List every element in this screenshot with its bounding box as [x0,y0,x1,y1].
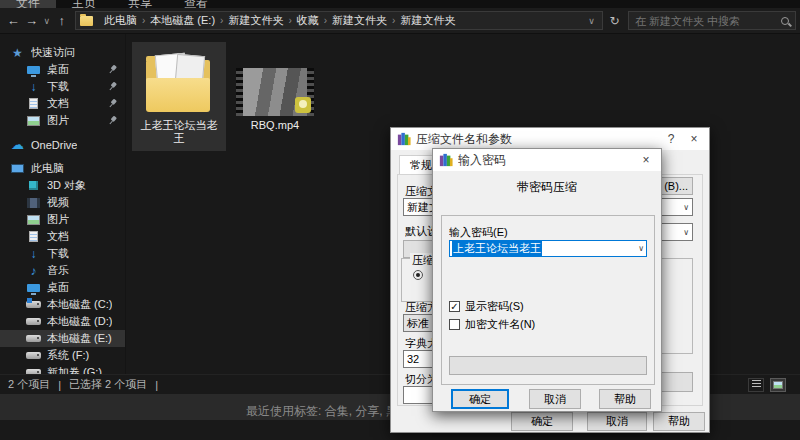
sidebar-item-label: 3D 对象 [47,178,86,193]
archive-help-button[interactable]: 帮助 [653,412,705,431]
ribbon-tab-0[interactable]: 文件 [0,0,56,8]
film-icon [26,197,41,209]
selected-count: 已选择 2 个项目 [69,377,147,392]
pin-icon [106,97,119,110]
sidebar-item-13[interactable]: 桌面 [0,279,125,296]
sidebar-item-label: 下载 [47,246,69,261]
organize-passwords-button[interactable] [449,356,647,375]
pc-shape [11,164,24,173]
sidebar-item-label: 系统 (F:) [47,348,89,363]
pic-icon [26,115,41,127]
password-dialog-title: 输入密码 [458,152,632,169]
pin-icon [106,63,119,76]
file-tile-1[interactable]: RBQ.mp4 [232,42,318,138]
breadcrumb-item[interactable]: 新建文件夹 [395,13,460,28]
drive-shape [26,369,41,374]
details-view-icon[interactable] [748,378,764,392]
search-box[interactable] [628,11,796,30]
archive-dialog-titlebar[interactable]: 压缩文件名和参数 ? × [391,128,709,150]
back-icon[interactable]: ← [4,11,22,31]
sidebar-item-11[interactable]: ↓下载 [0,245,125,262]
sidebar-item-2[interactable]: ↓下载 [0,78,125,95]
sidebar-item-4[interactable]: 图片 [0,112,125,129]
doc-shape [29,98,38,109]
sidebar-item-17[interactable]: 系统 (F:) [0,347,125,364]
cube-icon [26,180,41,192]
checked-checkbox-icon[interactable]: ✓ [449,301,460,312]
filmstrip-icon [236,68,243,116]
doc-shape [29,231,38,242]
sidebar-item-6[interactable]: 此电脑 [0,160,125,177]
folder-icon [80,16,93,26]
password-ok-button[interactable]: 确定 [451,389,509,409]
unchecked-checkbox-icon[interactable] [449,319,460,330]
winrar-icon [397,132,411,146]
file-name: 上老王论坛当老王 [136,119,222,145]
address-bar[interactable]: 此电脑›本地磁盘 (E:)›新建文件夹›收藏›新建文件夹›新建文件夹 ∨ [75,11,603,30]
sidebar-item-15[interactable]: 本地磁盘 (D:) [0,313,125,330]
address-dropdown-icon[interactable]: ∨ [585,16,598,26]
forward-icon[interactable]: → [22,11,40,31]
chevron-down-icon[interactable]: ∨ [683,203,689,212]
drive-shape [26,318,41,325]
drive-shape [26,335,41,342]
password-cancel-button[interactable]: 取消 [529,389,581,409]
encrypt-filenames-checkbox[interactable]: 加密文件名(N) [449,317,535,332]
sidebar-item-3[interactable]: 文档 [0,95,125,112]
winrar-icon [439,153,453,167]
file-tile-0[interactable]: 上老王论坛当老王 [132,42,226,151]
sidebar-item-9[interactable]: 图片 [0,211,125,228]
search-icon[interactable] [781,17,789,25]
sidebar-item-1[interactable]: 桌面 [0,61,125,78]
chevron-down-icon[interactable]: ∨ [638,244,644,253]
sidebar-item-18[interactable]: 新加卷 (G:) [0,364,125,374]
breadcrumb-item[interactable]: 此电脑 [99,13,142,28]
sidebar-item-label: 桌面 [47,280,69,295]
search-input[interactable] [635,15,777,27]
ribbon-tab-1[interactable]: 主页 [56,0,112,8]
folder-iconbox [143,46,215,116]
chevron-down-icon[interactable]: ∨ [683,228,689,237]
sidebar-item-10[interactable]: 文档 [0,228,125,245]
pic-shape [27,116,40,126]
archive-ok-button[interactable]: 确定 [511,412,573,431]
history-chevron-icon[interactable]: ∨ [41,11,53,31]
film-shape [27,198,40,208]
archive-dialog-title: 压缩文件名和参数 [416,131,657,148]
navigation-pane: ★快速访问桌面↓下载文档图片☁OneDrive此电脑3D 对象视频图片文档↓下载… [0,34,126,374]
refresh-icon[interactable]: ↻ [607,12,622,30]
help-icon[interactable]: ? [662,132,680,146]
breadcrumb-item[interactable]: 本地磁盘 (E:) [145,13,220,28]
video-iconbox [236,46,314,116]
sidebar-item-7[interactable]: 3D 对象 [0,177,125,194]
sidebar-item-5[interactable]: ☁OneDrive [0,136,125,153]
player-badge-icon [295,97,311,113]
password-dialog-titlebar[interactable]: 输入密码 × [433,149,661,171]
breadcrumb-item[interactable]: 收藏 [292,13,324,28]
ribbon-tab-3[interactable]: 查看 [168,0,224,8]
password-input[interactable]: 上老王论坛当老王 ∨ [449,240,647,257]
sidebar-item-0[interactable]: ★快速访问 [0,44,125,61]
archive-cancel-button[interactable]: 取消 [587,412,647,431]
dict-value: 32 [407,353,419,365]
folder-front [146,78,210,112]
sidebar-item-16[interactable]: 本地磁盘 (E:) [0,330,125,347]
ribbon-tab-2[interactable]: 共享 [112,0,168,8]
breadcrumb-item[interactable]: 新建文件夹 [223,13,288,28]
down-icon: ↓ [26,248,41,260]
monitor-icon [26,64,41,76]
breadcrumb-item[interactable]: 新建文件夹 [327,13,392,28]
close-icon[interactable]: × [685,132,703,146]
sidebar-item-8[interactable]: 视频 [0,194,125,211]
sidebar-item-12[interactable]: ♪音乐 [0,262,125,279]
show-password-checkbox[interactable]: ✓ 显示密码(S) [449,299,524,314]
password-help-button[interactable]: 帮助 [599,389,651,409]
format-radio[interactable] [413,270,423,280]
sidebar-item-14[interactable]: 本地磁盘 (C:) [0,296,125,313]
thumbnail-view-icon[interactable] [770,378,786,392]
up-icon[interactable]: ↑ [53,11,71,31]
close-icon[interactable]: × [637,153,655,167]
monitor-shape [27,66,40,74]
doc-icon [26,98,41,110]
drive-win-icon [26,299,41,311]
